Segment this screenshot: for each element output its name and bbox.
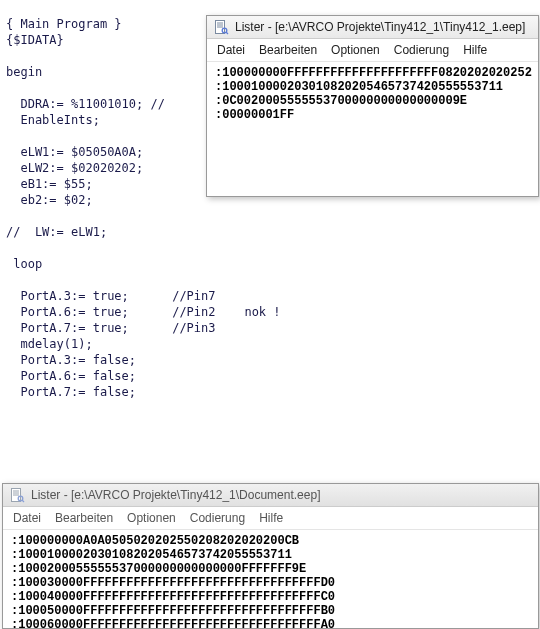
menu-item-optionen[interactable]: Optionen <box>331 43 380 57</box>
window-title: Lister - [e:\AVRCO Projekte\Tiny412_1\Ti… <box>235 20 525 34</box>
app-icon <box>9 487 25 503</box>
titlebar[interactable]: Lister - [e:\AVRCO Projekte\Tiny412_1\Ti… <box>207 16 538 39</box>
menubar: DateiBearbeitenOptionenCodierungHilfe <box>207 39 538 62</box>
menu-item-hilfe[interactable]: Hilfe <box>463 43 487 57</box>
menu-item-optionen[interactable]: Optionen <box>127 511 176 525</box>
app-icon <box>213 19 229 35</box>
menu-item-bearbeiten[interactable]: Bearbeiten <box>55 511 113 525</box>
menu-item-datei[interactable]: Datei <box>217 43 245 57</box>
menu-item-bearbeiten[interactable]: Bearbeiten <box>259 43 317 57</box>
hex-content[interactable]: :100000000FFFFFFFFFFFFFFFFFFFFF082020202… <box>207 62 538 126</box>
menu-item-datei[interactable]: Datei <box>13 511 41 525</box>
hex-content[interactable]: :100000000A0A0505020202550208202020200CB… <box>3 530 538 629</box>
menubar: DateiBearbeitenOptionenCodierungHilfe <box>3 507 538 530</box>
lister-window-document-eep: Lister - [e:\AVRCO Projekte\Tiny412_1\Do… <box>2 483 539 629</box>
svg-line-5 <box>226 32 228 34</box>
lister-window-tiny412-eep: Lister - [e:\AVRCO Projekte\Tiny412_1\Ti… <box>206 15 539 197</box>
svg-line-11 <box>22 500 24 502</box>
menu-item-codierung[interactable]: Codierung <box>190 511 245 525</box>
window-title: Lister - [e:\AVRCO Projekte\Tiny412_1\Do… <box>31 488 320 502</box>
menu-item-hilfe[interactable]: Hilfe <box>259 511 283 525</box>
menu-item-codierung[interactable]: Codierung <box>394 43 449 57</box>
titlebar[interactable]: Lister - [e:\AVRCO Projekte\Tiny412_1\Do… <box>3 484 538 507</box>
